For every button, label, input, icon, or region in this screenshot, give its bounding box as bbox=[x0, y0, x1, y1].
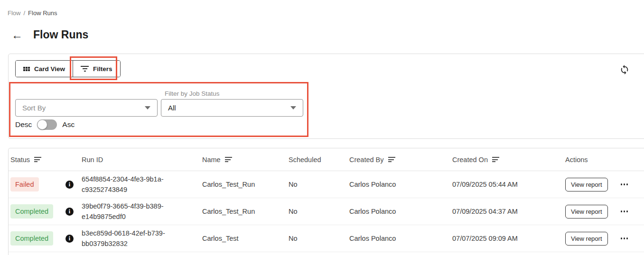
chevron-down-icon bbox=[145, 106, 150, 109]
created-by-cell: Carlos Polanco bbox=[349, 235, 452, 242]
more-options-button[interactable] bbox=[620, 236, 629, 241]
actions-cell: View report bbox=[565, 232, 644, 246]
more-options-button[interactable] bbox=[620, 182, 629, 187]
sort-icon[interactable] bbox=[225, 157, 232, 162]
run-id-cell: 654f8854-2304-4fe3-9b1a-c93252743849 bbox=[82, 174, 171, 195]
sort-direction-toggle-row: Desc Asc bbox=[15, 119, 75, 130]
asc-label: Asc bbox=[62, 120, 75, 129]
name-cell: Carlos_Test_Run bbox=[202, 208, 289, 215]
toolbar-card: Card View Filters Filter by Job Status S… bbox=[8, 54, 644, 139]
job-status-select[interactable]: All bbox=[161, 99, 303, 117]
page-title: Flow Runs bbox=[33, 28, 88, 41]
column-header-scheduled: Scheduled bbox=[289, 156, 349, 164]
more-options-button[interactable] bbox=[620, 209, 629, 214]
job-status-field-label: Filter by Job Status bbox=[165, 90, 220, 97]
column-header-status: Status bbox=[10, 156, 65, 164]
sort-by-placeholder: Sort By bbox=[22, 104, 46, 112]
back-button[interactable]: ← bbox=[10, 28, 24, 42]
name-cell: Carlos_Test bbox=[202, 235, 289, 242]
sort-direction-switch[interactable] bbox=[37, 119, 57, 130]
sort-icon[interactable] bbox=[492, 157, 499, 162]
switch-thumb bbox=[37, 120, 47, 129]
table-header-row: Status Run ID Name Scheduled Created By … bbox=[9, 148, 644, 171]
breadcrumb-separator: / bbox=[23, 9, 25, 17]
status-badge: Completed bbox=[10, 204, 53, 219]
column-header-actions: Actions bbox=[565, 156, 644, 164]
status-badge: Failed bbox=[10, 177, 39, 191]
breadcrumb-flow-runs: Flow Runs bbox=[28, 9, 57, 17]
ellipsis-icon bbox=[621, 183, 623, 185]
name-cell: Carlos_Test_Run bbox=[202, 181, 289, 188]
created-on-cell: 07/09/2025 04:37 AM bbox=[452, 208, 565, 215]
column-header-created-on: Created On bbox=[452, 156, 565, 164]
run-id-cell: 39be0f79-3665-4f39-b389-e14b9875edf0 bbox=[82, 201, 171, 222]
created-by-cell: Carlos Polanco bbox=[349, 181, 452, 188]
sort-by-select[interactable]: Sort By bbox=[15, 99, 158, 117]
sort-icon[interactable] bbox=[388, 157, 395, 162]
job-status-value: All bbox=[168, 104, 176, 112]
view-toggle-group: Card View Filters bbox=[15, 60, 121, 77]
run-id-cell: b3ec859d-0618-42ef-b739-bb0379b32832 bbox=[82, 228, 171, 249]
created-on-cell: 07/07/2025 09:09 AM bbox=[452, 235, 565, 242]
table-row: Completed i b3ec859d-0618-42ef-b739-bb03… bbox=[9, 225, 644, 252]
scheduled-cell: No bbox=[289, 208, 349, 215]
ellipsis-icon bbox=[621, 210, 623, 212]
actions-cell: View report bbox=[565, 178, 644, 191]
sort-icon[interactable] bbox=[34, 157, 41, 162]
column-header-name: Name bbox=[202, 156, 289, 164]
column-header-run-id: Run ID bbox=[82, 156, 202, 164]
view-report-button[interactable]: View report bbox=[565, 178, 608, 191]
info-icon[interactable]: i bbox=[65, 235, 74, 243]
desc-label: Desc bbox=[15, 120, 32, 129]
refresh-button[interactable] bbox=[619, 64, 630, 76]
card-view-button[interactable]: Card View bbox=[16, 61, 73, 77]
ellipsis-icon bbox=[621, 237, 623, 239]
chevron-down-icon bbox=[290, 106, 296, 109]
breadcrumb: Flow/Flow Runs bbox=[8, 9, 57, 17]
info-icon[interactable]: i bbox=[65, 208, 74, 216]
created-by-cell: Carlos Polanco bbox=[349, 208, 452, 215]
actions-cell: View report bbox=[565, 205, 644, 219]
filters-button[interactable]: Filters bbox=[73, 61, 120, 77]
card-view-label: Card View bbox=[34, 65, 65, 73]
table-row: Failed i 654f8854-2304-4fe3-9b1a-c932527… bbox=[9, 171, 644, 198]
filters-label: Filters bbox=[93, 65, 112, 73]
view-report-button[interactable]: View report bbox=[565, 205, 608, 219]
filter-icon bbox=[81, 66, 89, 72]
scheduled-cell: No bbox=[289, 235, 349, 242]
scheduled-cell: No bbox=[289, 181, 349, 188]
created-on-cell: 07/09/2025 05:44 AM bbox=[452, 181, 565, 188]
back-arrow-icon: ← bbox=[11, 28, 23, 41]
info-icon[interactable]: i bbox=[65, 181, 74, 189]
grid-view-icon bbox=[23, 67, 30, 71]
refresh-icon bbox=[619, 64, 630, 75]
breadcrumb-flow[interactable]: Flow bbox=[8, 9, 20, 17]
column-header-created-by: Created By bbox=[349, 156, 452, 164]
table-row: Completed i 39be0f79-3665-4f39-b389-e14b… bbox=[9, 198, 644, 225]
status-badge: Completed bbox=[10, 231, 53, 246]
view-report-button[interactable]: View report bbox=[565, 232, 608, 246]
flow-runs-table: Status Run ID Name Scheduled Created By … bbox=[8, 148, 644, 255]
